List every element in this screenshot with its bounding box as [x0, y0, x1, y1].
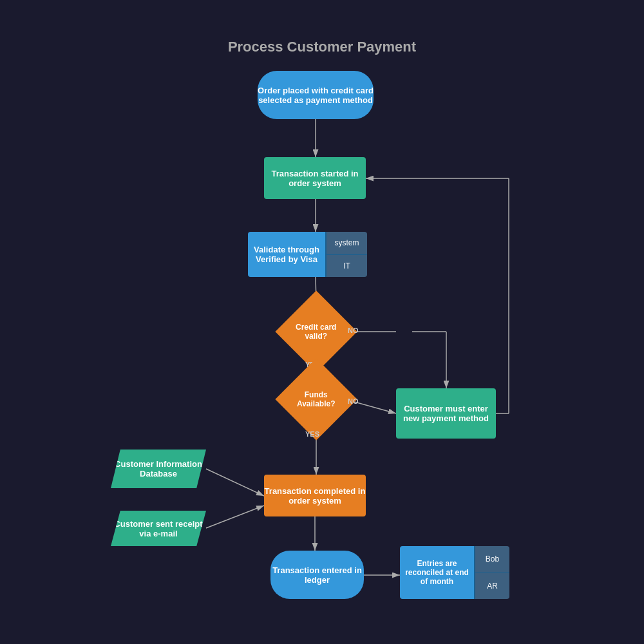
transaction-complete-label: Transaction completed in order system	[264, 486, 366, 506]
validate-label: Validate through Verified by Visa	[248, 232, 325, 277]
funds-diamond: Funds Available?	[275, 358, 357, 440]
reconcile-lane2: AR	[475, 573, 509, 600]
customer-payment-label: Customer must enter new payment method	[396, 404, 496, 423]
reconcile-shape: Entries are reconciled at end of month B…	[400, 546, 509, 599]
transaction-complete-shape: Transaction completed in order system	[264, 475, 366, 516]
customer-receipt-label: Customer sent receipt via e-mail	[111, 519, 206, 538]
reconcile-lane1: Bob	[475, 546, 509, 573]
no-label-funds: NO	[348, 397, 359, 405]
diagram-title: Process Customer Payment	[228, 39, 416, 55]
funds-label: Funds Available?	[287, 389, 345, 410]
transaction-ledger-label: Transaction entered in ledger	[270, 565, 364, 585]
validate-lane1: system	[327, 232, 367, 255]
customer-receipt-shape: Customer sent receipt via e-mail	[111, 511, 206, 546]
validate-shape: Validate through Verified by Visa system…	[248, 232, 367, 277]
reconcile-label: Entries are reconciled at end of month	[400, 546, 474, 599]
transaction-ledger-shape: Transaction entered in ledger	[270, 551, 364, 599]
start-shape: Order placed with credit card selected a…	[258, 71, 374, 119]
diagram-container: Process Customer Payment	[0, 0, 644, 644]
transaction-start-label: Transaction started in order system	[264, 169, 366, 188]
svg-line-13	[206, 469, 264, 496]
customer-db-label: Customer Information Database	[111, 459, 206, 478]
yes-label-funds: YES	[305, 430, 319, 438]
start-label: Order placed with credit card selected a…	[258, 86, 374, 105]
customer-db-shape: Customer Information Database	[111, 450, 206, 488]
svg-line-14	[206, 506, 264, 528]
customer-payment-shape: Customer must enter new payment method	[396, 388, 496, 439]
no-label-credit: NO	[348, 327, 359, 334]
credit-card-label: Credit card valid?	[287, 321, 345, 343]
validate-lane2: IT	[327, 255, 367, 278]
transaction-start-shape: Transaction started in order system	[264, 157, 366, 199]
